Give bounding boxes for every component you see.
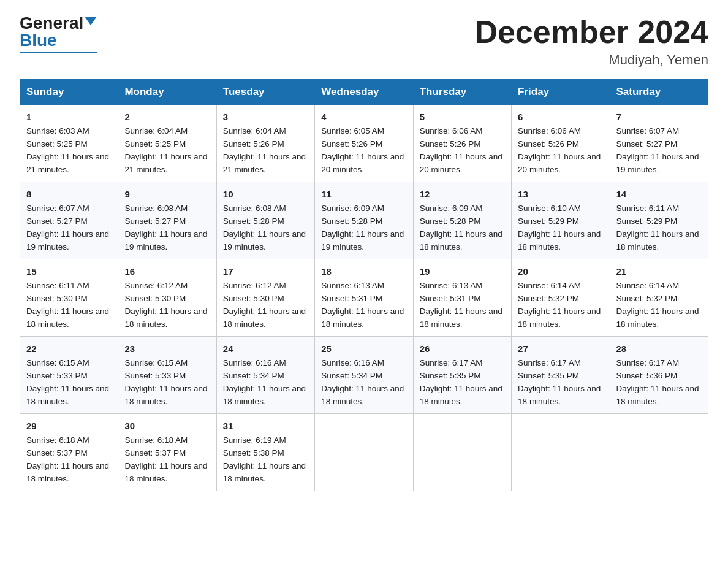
day-number: 27 (518, 342, 603, 356)
calendar-table: SundayMondayTuesdayWednesdayThursdayFrid… (20, 79, 708, 491)
day-number: 7 (616, 110, 702, 124)
calendar-cell: 7Sunrise: 6:07 AMSunset: 5:27 PMDaylight… (610, 105, 708, 182)
logo-general-text: General (20, 15, 83, 32)
header-sunday: Sunday (20, 80, 118, 105)
day-number: 3 (223, 110, 308, 124)
calendar-cell: 2Sunrise: 6:04 AMSunset: 5:25 PMDaylight… (118, 105, 216, 182)
day-number: 16 (124, 264, 210, 278)
calendar-week-row: 8Sunrise: 6:07 AMSunset: 5:27 PMDaylight… (20, 182, 708, 259)
day-number: 9 (124, 187, 210, 201)
day-number: 24 (223, 342, 308, 356)
calendar-cell: 3Sunrise: 6:04 AMSunset: 5:26 PMDaylight… (216, 105, 314, 182)
logo-line (20, 52, 97, 53)
day-number: 25 (321, 342, 406, 356)
calendar-cell: 10Sunrise: 6:08 AMSunset: 5:28 PMDayligh… (216, 182, 314, 259)
day-number: 29 (26, 419, 112, 433)
calendar-cell: 11Sunrise: 6:09 AMSunset: 5:28 PMDayligh… (315, 182, 413, 259)
calendar-cell: 30Sunrise: 6:18 AMSunset: 5:37 PMDayligh… (118, 413, 216, 491)
calendar-week-row: 22Sunrise: 6:15 AMSunset: 5:33 PMDayligh… (20, 337, 708, 414)
calendar-header-row: SundayMondayTuesdayWednesdayThursdayFrid… (20, 80, 708, 105)
calendar-cell: 5Sunrise: 6:06 AMSunset: 5:26 PMDaylight… (413, 105, 511, 182)
calendar-cell: 12Sunrise: 6:09 AMSunset: 5:28 PMDayligh… (413, 182, 511, 259)
calendar-cell: 20Sunrise: 6:14 AMSunset: 5:32 PMDayligh… (512, 259, 610, 337)
calendar-cell: 29Sunrise: 6:18 AMSunset: 5:37 PMDayligh… (20, 413, 118, 491)
calendar-cell (315, 413, 413, 491)
calendar-cell: 22Sunrise: 6:15 AMSunset: 5:33 PMDayligh… (20, 337, 118, 414)
day-number: 12 (420, 187, 505, 201)
day-number: 8 (26, 187, 112, 201)
day-number: 13 (518, 187, 603, 201)
location: Mudiyah, Yemen (474, 52, 708, 68)
day-number: 14 (616, 187, 702, 201)
day-number: 5 (420, 110, 505, 124)
header-wednesday: Wednesday (315, 80, 413, 105)
header-friday: Friday (512, 80, 610, 105)
calendar-cell (512, 413, 610, 491)
logo-triangle-icon (85, 17, 97, 25)
day-number: 21 (616, 264, 702, 278)
day-number: 17 (223, 264, 308, 278)
page-header: General Blue December 2024 Mudiyah, Yeme… (20, 15, 708, 68)
day-number: 11 (321, 187, 406, 201)
calendar-cell: 17Sunrise: 6:12 AMSunset: 5:30 PMDayligh… (216, 259, 314, 337)
header-tuesday: Tuesday (216, 80, 314, 105)
calendar-week-row: 15Sunrise: 6:11 AMSunset: 5:30 PMDayligh… (20, 259, 708, 337)
calendar-cell: 26Sunrise: 6:17 AMSunset: 5:35 PMDayligh… (413, 337, 511, 414)
calendar-cell (413, 413, 511, 491)
day-number: 20 (518, 264, 603, 278)
day-number: 15 (26, 264, 112, 278)
header-thursday: Thursday (413, 80, 511, 105)
title-block: December 2024 Mudiyah, Yemen (474, 15, 708, 68)
day-number: 1 (26, 110, 112, 124)
header-saturday: Saturday (610, 80, 708, 105)
day-number: 28 (616, 342, 702, 356)
calendar-cell: 14Sunrise: 6:11 AMSunset: 5:29 PMDayligh… (610, 182, 708, 259)
calendar-cell: 31Sunrise: 6:19 AMSunset: 5:38 PMDayligh… (216, 413, 314, 491)
calendar-cell: 4Sunrise: 6:05 AMSunset: 5:26 PMDaylight… (315, 105, 413, 182)
calendar-cell: 18Sunrise: 6:13 AMSunset: 5:31 PMDayligh… (315, 259, 413, 337)
day-number: 4 (321, 110, 406, 124)
calendar-cell: 9Sunrise: 6:08 AMSunset: 5:27 PMDaylight… (118, 182, 216, 259)
calendar-cell (610, 413, 708, 491)
calendar-cell: 15Sunrise: 6:11 AMSunset: 5:30 PMDayligh… (20, 259, 118, 337)
calendar-cell: 28Sunrise: 6:17 AMSunset: 5:36 PMDayligh… (610, 337, 708, 414)
calendar-cell: 23Sunrise: 6:15 AMSunset: 5:33 PMDayligh… (118, 337, 216, 414)
logo: General Blue (20, 15, 97, 53)
calendar-cell: 1Sunrise: 6:03 AMSunset: 5:25 PMDaylight… (20, 105, 118, 182)
day-number: 22 (26, 342, 112, 356)
calendar-cell: 8Sunrise: 6:07 AMSunset: 5:27 PMDaylight… (20, 182, 118, 259)
day-number: 10 (223, 187, 308, 201)
calendar-cell: 13Sunrise: 6:10 AMSunset: 5:29 PMDayligh… (512, 182, 610, 259)
calendar-cell: 21Sunrise: 6:14 AMSunset: 5:32 PMDayligh… (610, 259, 708, 337)
calendar-week-row: 1Sunrise: 6:03 AMSunset: 5:25 PMDaylight… (20, 105, 708, 182)
day-number: 2 (124, 110, 210, 124)
calendar-cell: 25Sunrise: 6:16 AMSunset: 5:34 PMDayligh… (315, 337, 413, 414)
day-number: 30 (124, 419, 210, 433)
calendar-cell: 27Sunrise: 6:17 AMSunset: 5:35 PMDayligh… (512, 337, 610, 414)
day-number: 19 (420, 264, 505, 278)
day-number: 6 (518, 110, 603, 124)
day-number: 18 (321, 264, 406, 278)
logo-blue-text: Blue (20, 32, 57, 49)
header-monday: Monday (118, 80, 216, 105)
calendar-cell: 24Sunrise: 6:16 AMSunset: 5:34 PMDayligh… (216, 337, 314, 414)
day-number: 23 (124, 342, 210, 356)
day-number: 26 (420, 342, 505, 356)
calendar-cell: 19Sunrise: 6:13 AMSunset: 5:31 PMDayligh… (413, 259, 511, 337)
month-title: December 2024 (474, 15, 708, 50)
day-number: 31 (223, 419, 308, 433)
calendar-week-row: 29Sunrise: 6:18 AMSunset: 5:37 PMDayligh… (20, 413, 708, 491)
calendar-cell: 6Sunrise: 6:06 AMSunset: 5:26 PMDaylight… (512, 105, 610, 182)
calendar-cell: 16Sunrise: 6:12 AMSunset: 5:30 PMDayligh… (118, 259, 216, 337)
